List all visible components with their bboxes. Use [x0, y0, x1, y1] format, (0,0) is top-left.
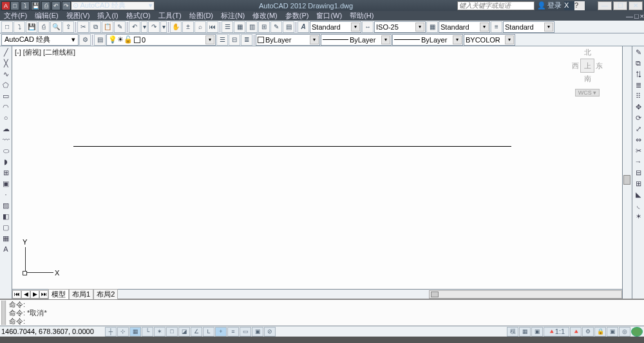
workspace-combo[interactable]: AutoCAD 经典▾ [1, 34, 79, 46]
menu-param[interactable]: 参数(P) [281, 11, 313, 21]
3dosnap-toggle[interactable]: ◪ [178, 327, 190, 337]
coords-display[interactable]: 1460.7044, 678.3607, 0.0000 [1, 328, 104, 335]
break-icon[interactable]: ⊟ [633, 167, 643, 178]
layer-walk-icon[interactable]: ≣ [241, 34, 252, 46]
gradient-icon[interactable]: ◧ [1, 211, 11, 221]
polygon-icon[interactable]: ⬠ [1, 80, 11, 90]
model-space-toggle[interactable]: 模 [507, 327, 518, 337]
tab-first-icon[interactable]: ⏮ [12, 290, 21, 299]
dyn-toggle[interactable]: + [215, 327, 227, 337]
lineweight-combo[interactable]: ByLayer▾ [392, 34, 463, 46]
qview-icon[interactable]: ▦ [519, 327, 531, 337]
viewcube-n[interactable]: 北 [572, 48, 603, 57]
tab-layout1[interactable]: 布局1 [69, 289, 93, 299]
point-icon[interactable]: · [1, 189, 11, 199]
arc-icon[interactable]: ◠ [1, 102, 11, 112]
menu-format[interactable]: 格式(O) [122, 11, 155, 21]
pan-icon[interactable]: ✋ [170, 21, 182, 33]
hatch-icon[interactable]: ▨ [1, 200, 11, 210]
clean-screen-icon[interactable] [631, 327, 643, 337]
viewcube[interactable]: 北 西 上 东 南 WCS ▾ [572, 48, 603, 97]
line-icon[interactable]: ╱ [1, 47, 11, 57]
qat-save-icon[interactable]: 💾 [31, 1, 40, 10]
elarc-icon[interactable]: ◗ [1, 156, 11, 167]
array-icon[interactable]: ⠿ [633, 91, 643, 101]
lwt-toggle[interactable]: ≡ [227, 327, 239, 337]
layer-combo[interactable]: 💡 ☀ 🔓 0 ▾ [106, 34, 216, 46]
move-icon[interactable]: ✥ [633, 102, 643, 112]
qvdraw-icon[interactable]: ▣ [531, 327, 543, 337]
menu-insert[interactable]: 插入(I) [93, 11, 122, 21]
chamfer-icon[interactable]: ◣ [633, 189, 643, 199]
props-icon[interactable]: ☰ [222, 21, 233, 33]
qat-new-icon[interactable]: □ [10, 1, 19, 10]
cline-icon[interactable]: ╳ [1, 58, 11, 68]
ducs-toggle[interactable]: L [203, 327, 214, 337]
search-input[interactable] [457, 1, 535, 10]
tab-model[interactable]: 模型 [48, 289, 69, 299]
vscrollbar[interactable] [622, 46, 632, 299]
viewcube-wcs[interactable]: WCS ▾ [575, 89, 600, 97]
designcenter-icon[interactable]: ▦ [234, 21, 245, 33]
qat-undo-icon[interactable]: ↶ [52, 1, 61, 10]
cut-icon[interactable]: ✂ [77, 21, 89, 33]
textstyle-icon[interactable]: A [298, 21, 309, 33]
scale-icon[interactable]: ⤢ [633, 124, 643, 134]
layer-prop-icon[interactable]: ▤ [94, 34, 106, 46]
hardware-accel-icon[interactable]: ▣ [607, 327, 618, 337]
redo-icon[interactable]: ↷ [148, 21, 160, 33]
drawn-line-entity[interactable] [73, 146, 511, 147]
app-menu-icon[interactable]: A [1, 1, 10, 10]
tab-last-icon[interactable]: ⏭ [39, 290, 48, 299]
grid-toggle[interactable]: ▦ [129, 327, 141, 337]
menu-window[interactable]: 窗口(W) [312, 11, 346, 21]
new-icon[interactable]: □ [1, 21, 13, 33]
close-button[interactable]: ✕ [629, 1, 643, 10]
menu-help[interactable]: 帮助(H) [346, 11, 377, 21]
qp-toggle[interactable]: ▣ [252, 327, 263, 337]
mlstyle-icon[interactable]: ≡ [491, 21, 502, 33]
workspace-settings-icon[interactable]: ⚙ [79, 34, 91, 46]
tpy-toggle[interactable]: ▭ [240, 327, 251, 337]
toolpalette-icon[interactable]: ▥ [246, 21, 258, 33]
infer-toggle[interactable]: ┼ [105, 327, 117, 337]
qat-redo-icon[interactable]: ↷ [62, 1, 71, 10]
doc-minimize-icon[interactable]: — [626, 12, 633, 20]
login-area[interactable]: 👤 登录 [535, 1, 564, 10]
trim-icon[interactable]: ✂ [633, 145, 643, 156]
zoom-prev-icon[interactable]: ⏮ [207, 21, 218, 33]
menu-draw[interactable]: 绘图(D) [185, 11, 217, 21]
stretch-icon[interactable]: ⇔ [633, 134, 643, 145]
copy-icon[interactable]: ⧉ [90, 21, 101, 33]
menu-modify[interactable]: 修改(M) [249, 11, 281, 21]
layer-states-icon[interactable]: ☰ [216, 34, 228, 46]
doc-close-icon[interactable]: × [640, 12, 644, 20]
viewcube-w[interactable]: 西 [572, 61, 579, 71]
plot-icon[interactable]: ⎙ [38, 21, 50, 33]
spline-icon[interactable]: 〰 [1, 134, 11, 145]
otrack-toggle[interactable]: ∠ [191, 327, 202, 337]
region-icon[interactable]: ▢ [1, 222, 11, 232]
tablestyle-icon[interactable]: ▦ [426, 21, 438, 33]
tab-next-icon[interactable]: ▶ [30, 290, 39, 299]
snap-toggle[interactable]: ⊹ [117, 327, 129, 337]
extend-icon[interactable]: → [633, 156, 643, 167]
color-combo[interactable]: ByLayer▾ [256, 34, 320, 46]
linetype-combo[interactable]: ByLayer▾ [321, 34, 392, 46]
viewcube-e[interactable]: 东 [596, 61, 603, 71]
view-label[interactable]: [-] [俯视] [二维线框] [15, 48, 75, 57]
explode-icon[interactable]: ✶ [633, 211, 643, 221]
block-icon[interactable]: ▣ [1, 178, 11, 189]
open-icon[interactable]: ⤵ [14, 21, 25, 33]
cmdline-handle-icon[interactable] [1, 301, 6, 325]
anno-vis-icon[interactable]: 🔺 [570, 327, 582, 337]
save-icon[interactable]: 💾 [26, 21, 37, 33]
offset-icon[interactable]: ≣ [633, 80, 643, 90]
mtext-icon[interactable]: A [1, 244, 11, 254]
drawing-canvas[interactable]: [-] [俯视] [二维线框] X Y 北 西 上 东 南 WCS ▾ [12, 46, 622, 289]
polar-toggle[interactable]: ✶ [154, 327, 166, 337]
sheet-icon[interactable]: ⊞ [258, 21, 270, 33]
undo-icon[interactable]: ↶ [129, 21, 140, 33]
textstyle-combo[interactable]: Standard▾ [310, 21, 361, 33]
menu-edit[interactable]: 编辑(E) [31, 11, 62, 21]
